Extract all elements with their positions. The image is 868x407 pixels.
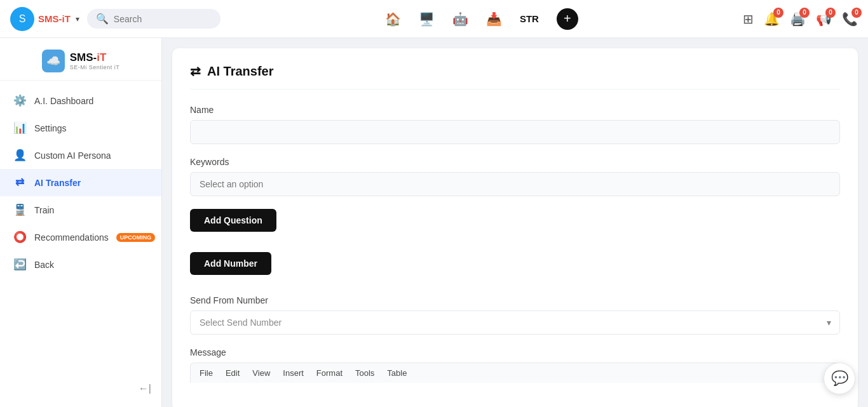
page-title-area: ⇄ AI Transfer (190, 63, 840, 90)
sidebar-logo-name: SMS-iT (70, 51, 120, 64)
toolbar-edit[interactable]: Edit (226, 368, 240, 378)
sidebar-label-ai-dashboard: A.I. Dashboard (34, 96, 149, 106)
message-toolbar: File Edit View Insert Format Tools Table (190, 363, 840, 383)
chat-button[interactable]: 💬 (824, 363, 855, 394)
inbox-icon[interactable]: 📥 (486, 11, 502, 27)
toolbar-file[interactable]: File (200, 368, 213, 378)
sidebar-logo-text-block: SMS-iT SE-Mi Sentient iT (70, 51, 120, 70)
send-from-wrapper: Select Send Number ▾ (190, 310, 840, 335)
name-section: Name (190, 105, 840, 144)
str-label[interactable]: STR (520, 13, 539, 24)
name-label: Name (190, 105, 840, 115)
sidebar-label-settings: Settings (34, 123, 149, 133)
topnav-center-icons: 🏠 🖥️ 🤖 📥 STR + (228, 8, 735, 30)
bell-button[interactable]: 🔔0 (764, 11, 780, 27)
sidebar-logo-sub: SE-Mi Sentient iT (70, 64, 120, 70)
sidebar-item-ai-dashboard[interactable]: ⚙️ A.I. Dashboard (0, 87, 161, 114)
name-input[interactable] (190, 120, 840, 144)
monitor-icon[interactable]: 🖥️ (419, 11, 435, 27)
megaphone-badge: 0 (825, 8, 836, 18)
grid-icon[interactable]: ⊞ (743, 11, 754, 27)
send-from-select[interactable]: Select Send Number (190, 310, 840, 335)
settings-icon: 📊 (13, 121, 27, 135)
sidebar-item-back[interactable]: ↩️ Back (0, 251, 161, 278)
bell-badge: 0 (773, 8, 783, 18)
send-from-section: Send From Number Select Send Number ▾ (190, 295, 840, 335)
add-number-button[interactable]: Add Number (190, 252, 271, 275)
add-question-section: Add Question (190, 209, 840, 239)
recommendations-icon: ⭕ (13, 230, 27, 244)
sidebar-label-ai-transfer: AI Transfer (34, 178, 149, 188)
back-icon: ↩️ (13, 258, 27, 271)
main-layout: ☁️ SMS-iT SE-Mi Sentient iT ⚙️ A.I. Dash… (0, 38, 868, 407)
printer-button[interactable]: 🖨️0 (790, 11, 806, 27)
toolbar-format[interactable]: Format (316, 368, 342, 378)
sidebar-collapse-button[interactable]: ←| (0, 378, 161, 399)
sidebar: ☁️ SMS-iT SE-Mi Sentient iT ⚙️ A.I. Dash… (0, 38, 162, 407)
top-nav: S SMS-iT ▾ 🔍 🏠 🖥️ 🤖 📥 STR + ⊞ 🔔0 🖨️0 📢0 … (0, 0, 868, 38)
toolbar-view[interactable]: View (252, 368, 270, 378)
brand-name: SMS-iT (38, 13, 71, 24)
train-icon: 🚆 (13, 203, 27, 217)
brand-avatar: S (10, 7, 34, 31)
sidebar-label-back: Back (34, 260, 149, 270)
sidebar-nav: ⚙️ A.I. Dashboard 📊 Settings 👤 Custom AI… (0, 81, 161, 378)
search-input[interactable] (114, 14, 212, 24)
brand-logo[interactable]: S SMS-iT ▾ (10, 7, 79, 31)
search-bar[interactable]: 🔍 (87, 9, 220, 29)
toolbar-table[interactable]: Table (387, 368, 407, 378)
topnav-right-actions: ⊞ 🔔0 🖨️0 📢0 📞0 (743, 11, 858, 27)
sidebar-item-ai-transfer[interactable]: ⇄ AI Transfer (0, 169, 161, 196)
page-card: ⇄ AI Transfer Name Keywords Add Question… (172, 48, 858, 407)
sidebar-item-train[interactable]: 🚆 Train (0, 196, 161, 224)
sidebar-logo: ☁️ SMS-iT SE-Mi Sentient iT (0, 38, 161, 81)
page-title-icon: ⇄ (190, 63, 201, 79)
sidebar-logo-icon: ☁️ (42, 50, 65, 72)
custom-ai-persona-icon: 👤 (13, 149, 27, 162)
sidebar-item-recommendations[interactable]: ⭕ Recommendations UPCOMING (0, 224, 161, 251)
toolbar-insert[interactable]: Insert (283, 368, 304, 378)
brand-chevron-icon: ▾ (76, 15, 79, 23)
ai-transfer-icon: ⇄ (13, 176, 27, 189)
collapse-icon: ←| (139, 383, 151, 394)
keywords-section: Keywords (190, 157, 840, 196)
sidebar-item-settings[interactable]: 📊 Settings (0, 114, 161, 142)
search-icon: 🔍 (96, 13, 109, 25)
home-icon[interactable]: 🏠 (385, 11, 401, 27)
chat-icon: 💬 (831, 370, 848, 387)
phone-badge: 0 (851, 8, 862, 18)
send-from-label: Send From Number (190, 295, 840, 305)
sidebar-item-custom-ai-persona[interactable]: 👤 Custom AI Persona (0, 142, 161, 169)
main-content: ⇄ AI Transfer Name Keywords Add Question… (162, 38, 868, 407)
ai-dashboard-icon: ⚙️ (13, 94, 27, 107)
megaphone-button[interactable]: 📢0 (816, 11, 832, 27)
page-title: AI Transfer (207, 64, 273, 79)
add-number-section: Add Number (190, 252, 840, 283)
sidebar-label-recommendations: Recommendations (34, 232, 109, 243)
phone-button[interactable]: 📞0 (842, 11, 858, 27)
robot-icon[interactable]: 🤖 (452, 11, 468, 27)
sidebar-label-train: Train (34, 205, 149, 215)
keywords-label: Keywords (190, 157, 840, 167)
plus-button[interactable]: + (557, 8, 578, 30)
message-section: Message File Edit View Insert Format Too… (190, 347, 840, 383)
message-label: Message (190, 347, 840, 357)
keywords-input[interactable] (190, 172, 840, 196)
sidebar-label-custom-ai-persona: Custom AI Persona (34, 150, 149, 161)
toolbar-tools[interactable]: Tools (355, 368, 374, 378)
upcoming-badge: UPCOMING (116, 233, 156, 242)
printer-badge: 0 (799, 8, 810, 18)
add-question-button[interactable]: Add Question (190, 209, 276, 232)
